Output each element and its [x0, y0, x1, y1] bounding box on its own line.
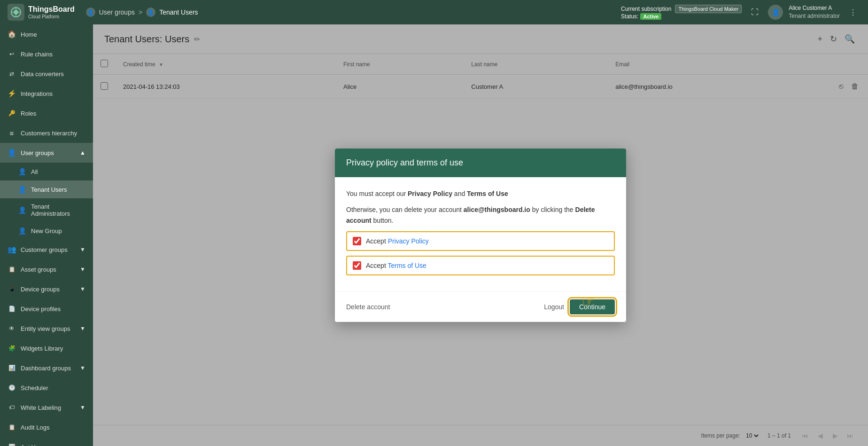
status-badge: Active — [640, 13, 661, 20]
sidebar-item-dashboard-groups[interactable]: 📊 Dashboard groups ▼ — [0, 358, 93, 378]
sidebar-item-label: Home — [21, 31, 37, 38]
sidebar-item-user-groups[interactable]: 👤 User groups ▲ — [0, 143, 93, 163]
chevron-down-icon: ▼ — [80, 404, 85, 411]
terms-of-use-checkbox-row: Accept Terms of Use — [346, 256, 615, 275]
api-usage-icon: 📈 — [8, 443, 16, 446]
delete-account-button[interactable]: Delete account — [346, 303, 390, 311]
sidebar-item-label: Device groups — [21, 286, 60, 293]
logo-icon — [8, 4, 24, 21]
sidebar-item-rule-chains[interactable]: ↩ Rule chains — [0, 44, 93, 64]
sidebar-item-roles[interactable]: 🔑 Roles — [0, 103, 93, 123]
logo-sub: Cloud Platform — [28, 14, 75, 20]
device-profiles-icon: 📄 — [8, 305, 16, 313]
terms-of-use-checkbox-label: Accept Terms of Use — [366, 262, 426, 269]
sidebar-sub-item-tenant-administrators[interactable]: 👤 Tenant Administrators — [0, 198, 93, 222]
sidebar-item-label: Customer groups — [21, 246, 68, 253]
fullscreen-button[interactable]: ⛶ — [747, 5, 762, 20]
sidebar-item-device-groups[interactable]: 📱 Device groups ▼ — [0, 279, 93, 299]
privacy-policy-link[interactable]: Privacy Policy — [388, 237, 429, 245]
breadcrumb-item1[interactable]: User groups — [99, 8, 135, 16]
sidebar-item-label: Roles — [21, 110, 36, 117]
widgets-library-icon: 🧩 — [8, 344, 16, 352]
user-role: Tenant administrator — [789, 12, 840, 20]
avatar: 👤 — [768, 5, 783, 20]
modal-paragraph1: You must accept our Privacy Policy and T… — [346, 188, 615, 199]
user-name: Alice Customer A — [789, 4, 840, 12]
sidebar-item-label: Rule chains — [21, 51, 53, 58]
sidebar-sub-item-label: New Group — [31, 227, 62, 235]
chevron-down-icon: ▼ — [80, 286, 85, 292]
chevron-down-icon: ▼ — [80, 365, 85, 371]
sidebar: 🏠 Home ↩ Rule chains ⇄ Data converters ⚡… — [0, 24, 93, 446]
logo-main: ThingsBoard — [28, 5, 75, 14]
subscription-info: Current subscription ThingsBoard Cloud M… — [621, 5, 742, 20]
sidebar-item-api-usage[interactable]: 📈 Api Usage — [0, 437, 93, 446]
chevron-down-icon: ▼ — [80, 325, 85, 332]
modal-body: You must accept our Privacy Policy and T… — [335, 177, 626, 291]
chevron-up-icon: ▲ — [80, 149, 85, 156]
sidebar-item-label: White Labeling — [21, 404, 61, 411]
new-group-icon: 👤 — [18, 227, 26, 235]
user-groups-bc-icon: 👤 — [86, 8, 95, 17]
sidebar-item-device-profiles[interactable]: 📄 Device profiles — [0, 299, 93, 319]
sidebar-sub-item-new-group[interactable]: 👤 New Group — [0, 222, 93, 240]
sidebar-item-white-labeling[interactable]: 🏷 White Labeling ▼ — [0, 398, 93, 417]
privacy-policy-checkbox[interactable] — [353, 237, 361, 245]
device-groups-icon: 📱 — [8, 285, 16, 293]
home-icon: 🏠 — [8, 30, 16, 39]
sidebar-item-data-converters[interactable]: ⇄ Data converters — [0, 64, 93, 84]
modal-header: Privacy policy and terms of use — [335, 149, 626, 177]
asset-groups-icon: 📋 — [8, 265, 16, 274]
sidebar-item-customers-hierarchy[interactable]: ≡ Customers hierarchy — [0, 123, 93, 143]
sidebar-item-audit-logs[interactable]: 📋 Audit Logs — [0, 417, 93, 437]
terms-of-use-checkbox[interactable] — [353, 261, 361, 270]
continue-button[interactable]: Continue — [570, 299, 615, 314]
privacy-policy-checkbox-row: Accept Privacy Policy — [346, 231, 615, 251]
modal-footer: Delete account Logout Continue — [335, 291, 626, 322]
logout-button[interactable]: Logout — [544, 303, 564, 311]
integrations-icon: ⚡ — [8, 89, 16, 98]
sidebar-item-widgets-library[interactable]: 🧩 Widgets Library — [0, 338, 93, 358]
all-icon: 👤 — [18, 167, 26, 176]
sidebar-item-label: Entity view groups — [21, 325, 70, 332]
status-label: Status: — [621, 13, 638, 20]
more-menu-button[interactable]: ⋮ — [845, 5, 860, 20]
header-right: Current subscription ThingsBoard Cloud M… — [621, 4, 860, 20]
sidebar-item-entity-view-groups[interactable]: 👁 Entity view groups ▼ — [0, 319, 93, 338]
subscription-label: Current subscription — [621, 6, 671, 12]
sidebar-item-label: User groups — [21, 149, 54, 156]
sidebar-item-asset-groups[interactable]: 📋 Asset groups ▼ — [0, 259, 93, 279]
customer-groups-icon: 👥 — [8, 245, 16, 254]
user-groups-icon: 👤 — [8, 149, 16, 157]
sidebar-item-integrations[interactable]: ⚡ Integrations — [0, 84, 93, 103]
white-labeling-icon: 🏷 — [8, 403, 16, 412]
chevron-down-icon: ▼ — [80, 266, 85, 273]
customers-hierarchy-icon: ≡ — [8, 129, 16, 137]
main-content: Tenant Users: Users ✏ + ↻ 🔍 Created — [93, 24, 868, 446]
breadcrumb-item2: Tenant Users — [159, 8, 198, 16]
audit-logs-icon: 📋 — [8, 423, 16, 431]
sidebar-item-customer-groups[interactable]: 👥 Customer groups ▼ — [0, 240, 93, 259]
sidebar-sub-item-label: Tenant Administrators — [31, 203, 85, 217]
dashboard-groups-icon: 📊 — [8, 364, 16, 372]
sidebar-item-home[interactable]: 🏠 Home — [0, 24, 93, 44]
terms-of-use-link[interactable]: Terms of Use — [388, 262, 426, 269]
sidebar-item-label: Data converters — [21, 70, 64, 78]
sidebar-sub-item-label: Tenant Users — [31, 186, 67, 193]
sidebar-sub-item-all[interactable]: 👤 All — [0, 163, 93, 180]
breadcrumb: 👤 User groups > 👤 Tenant Users — [86, 8, 621, 17]
sidebar-item-label: Integrations — [21, 90, 53, 97]
tenant-users-icon: 👤 — [18, 185, 26, 194]
modal-right-buttons: Logout Continue — [544, 299, 615, 314]
modal-paragraph2: Otherwise, you can delete your account a… — [346, 204, 615, 226]
data-converters-icon: ⇄ — [8, 70, 16, 78]
modal-title: Privacy policy and terms of use — [346, 158, 615, 168]
modal-privacy-policy: Privacy policy and terms of use You must… — [335, 149, 626, 322]
tenant-administrators-icon: 👤 — [18, 206, 26, 214]
sidebar-item-scheduler[interactable]: 🕐 Scheduler — [0, 378, 93, 398]
sidebar-sub-item-label: All — [31, 168, 38, 175]
privacy-policy-checkbox-label: Accept Privacy Policy — [366, 237, 429, 245]
sidebar-sub-item-tenant-users[interactable]: 👤 Tenant Users — [0, 180, 93, 198]
entity-view-groups-icon: 👁 — [8, 324, 16, 333]
user-info: Alice Customer A Tenant administrator — [789, 4, 840, 20]
